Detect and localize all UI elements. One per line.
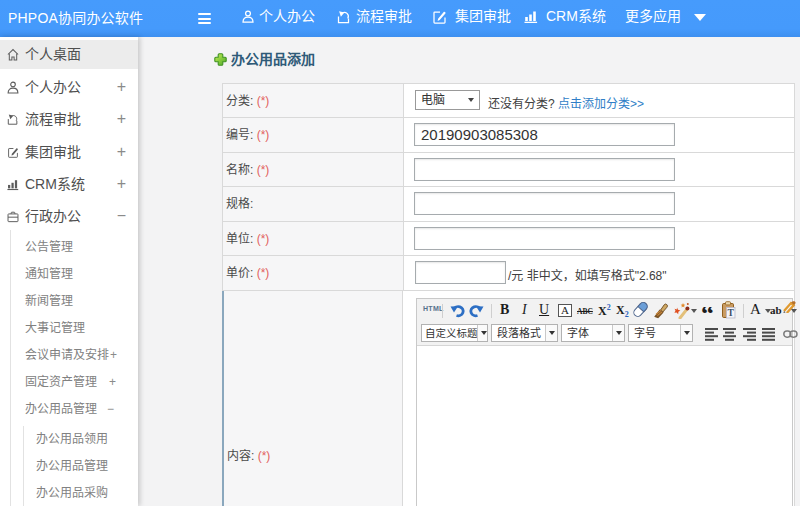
svg-text:T: T	[728, 308, 735, 318]
